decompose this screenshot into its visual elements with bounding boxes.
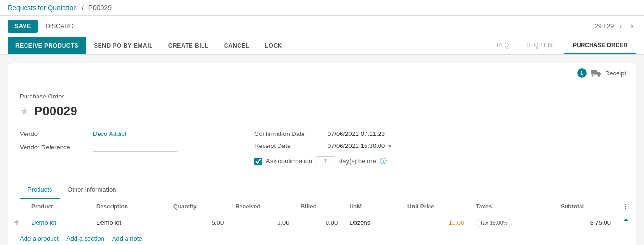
taxes-cell[interactable]: Tax 15.00%	[470, 214, 555, 231]
pagination: 29 / 29 ‹ ›	[595, 21, 636, 32]
main-card: 1 Receipt Purchase Order ★ P00029	[8, 63, 636, 245]
product-cell[interactable]: Demo lot	[25, 214, 90, 231]
drag-handle-cell: ✚	[8, 214, 25, 231]
action-create-bill[interactable]: CREATE BILL	[161, 37, 216, 54]
ask-confirmation-label: Ask confirmation	[266, 158, 312, 165]
col-quantity-header: Quantity	[167, 199, 229, 214]
tab-products[interactable]: Products	[20, 181, 60, 199]
col-received-header: Received	[229, 199, 295, 214]
billed-cell: 0.00	[295, 214, 343, 231]
toolbar: SAVE DISCARD 29 / 29 ‹ ›	[0, 16, 644, 37]
pagination-next[interactable]: ›	[628, 21, 636, 32]
receipt-count: 1	[577, 68, 587, 78]
table-header-row: Product Description Quantity Received Bi…	[8, 199, 636, 214]
fields-row: Vendor Deco Addict Vendor Reference Conf…	[20, 130, 624, 166]
top-bar: Requests for Quotation / P00029	[0, 0, 644, 16]
col-uom-header: UoM	[343, 199, 402, 214]
receipt-date-container: 07/06/2021 15:30:00 ▼	[328, 142, 392, 149]
add-note-link[interactable]: Add a note	[112, 235, 142, 242]
col-taxes-header: Taxes	[470, 199, 555, 214]
vendor-ref-input[interactable]	[93, 142, 177, 152]
tab-purchase-order[interactable]: PURCHASE ORDER	[564, 37, 636, 54]
receipt-bar: 1 Receipt	[8, 63, 636, 83]
tab-rfq[interactable]: RFQ	[488, 37, 518, 54]
confirmation-date-value: 07/06/2021 07:11:23	[328, 130, 385, 137]
received-cell: 0.00	[229, 214, 295, 231]
receipt-date-row: Receipt Date 07/06/2021 15:30:00 ▼	[254, 142, 392, 149]
uom-cell[interactable]: Dozens	[343, 214, 402, 231]
breadcrumb-current: P00029	[88, 4, 112, 12]
vendor-ref-label: Vendor Reference	[20, 144, 87, 151]
add-product-link[interactable]: Add a product	[20, 235, 59, 242]
drag-handle-icon[interactable]: ✚	[14, 219, 20, 226]
save-button[interactable]: SAVE	[8, 20, 38, 33]
breadcrumb-separator: /	[82, 4, 84, 12]
receipt-date-dropdown-icon[interactable]: ▼	[387, 143, 392, 149]
description-cell: Demo lot	[90, 214, 167, 231]
subtotal-cell: $ 75.00	[555, 214, 617, 231]
fields-left: Vendor Deco Addict Vendor Reference	[20, 130, 177, 166]
breadcrumb-parent[interactable]: Requests for Quotation	[8, 4, 77, 12]
delete-row-icon[interactable]: 🗑	[622, 218, 630, 226]
svg-point-1	[592, 75, 594, 77]
pagination-prev[interactable]: ‹	[617, 21, 625, 32]
breadcrumb: Requests for Quotation / P00029	[8, 4, 112, 12]
col-billed-header: Billed	[295, 199, 343, 214]
form-section: Purchase Order ★ P00029 Vendor Deco Addi…	[8, 83, 636, 181]
info-icon[interactable]: ⓘ	[380, 157, 387, 166]
col-description-header: Description	[90, 199, 167, 214]
pagination-label: 29 / 29	[595, 23, 614, 30]
confirmation-days-input[interactable]	[316, 156, 335, 166]
action-lock[interactable]: LOCK	[257, 37, 290, 54]
ask-confirmation-checkbox[interactable]	[254, 158, 262, 165]
table-footer: Add a product Add a section Add a note	[8, 231, 636, 245]
svg-rect-0	[591, 70, 597, 75]
vendor-field-row: Vendor Deco Addict	[20, 130, 177, 137]
tab-other-information[interactable]: Other Information	[60, 181, 124, 199]
confirmation-date-row: Confirmation Date 07/06/2021 07:11:23	[254, 130, 392, 137]
po-section-label: Purchase Order	[20, 93, 624, 100]
unit-price-cell[interactable]: 15.00	[402, 214, 470, 231]
favorite-star-icon[interactable]: ★	[20, 105, 29, 118]
action-bar: RECEIVE PRODUCTS SEND PO BY EMAIL CREATE…	[0, 37, 644, 55]
receipt-label: Receipt	[605, 70, 626, 77]
svg-point-2	[598, 75, 600, 77]
po-title-row: ★ P00029	[20, 104, 624, 119]
confirmation-date-label: Confirmation Date	[254, 130, 322, 137]
col-options-header: ⋮	[617, 199, 636, 214]
receipt-date-value: 07/06/2021 15:30:00	[328, 142, 385, 149]
receipt-button[interactable]: 1 Receipt	[577, 68, 626, 78]
add-section-link[interactable]: Add a section	[66, 235, 104, 242]
ask-confirmation-row: Ask confirmation day(s) before ⓘ	[254, 156, 392, 166]
action-send-po-email[interactable]: SEND PO BY EMAIL	[86, 37, 160, 54]
status-tabs: RFQ RFQ SENT PURCHASE ORDER	[488, 37, 636, 54]
products-table: Product Description Quantity Received Bi…	[8, 199, 636, 231]
quantity-cell[interactable]: 5.00	[167, 214, 229, 231]
tax-badge: Tax 15.00%	[476, 219, 512, 227]
receipt-date-label: Receipt Date	[254, 142, 322, 149]
confirmation-days-label: day(s) before	[339, 158, 376, 165]
col-product-header: Product	[25, 199, 90, 214]
delete-cell[interactable]: 🗑	[617, 214, 636, 231]
discard-button[interactable]: DISCARD	[41, 20, 77, 33]
fields-right: Confirmation Date 07/06/2021 07:11:23 Re…	[254, 130, 392, 166]
col-subtotal-header: Subtotal	[555, 199, 617, 214]
truck-icon	[591, 69, 601, 77]
col-unit-price-header: Unit Price	[402, 199, 470, 214]
tabs-section: Products Other Information Product Descr…	[8, 181, 636, 245]
content-area: 1 Receipt Purchase Order ★ P00029	[0, 55, 644, 245]
col-drag	[8, 199, 25, 214]
action-cancel[interactable]: CANCEL	[216, 37, 257, 54]
action-receive-products[interactable]: RECEIVE PRODUCTS	[8, 37, 86, 54]
tab-rfq-sent[interactable]: RFQ SENT	[518, 37, 564, 54]
tab-list: Products Other Information	[8, 181, 636, 199]
vendor-ref-field-row: Vendor Reference	[20, 142, 177, 152]
vendor-label: Vendor	[20, 130, 87, 137]
subtotal-value: $ 75.00	[590, 219, 611, 226]
table-row: ✚ Demo lot Demo lot 5.00 0.00 0.00 Dozen…	[8, 214, 636, 231]
po-number: P00029	[34, 104, 77, 119]
vendor-value[interactable]: Deco Addict	[93, 130, 126, 137]
